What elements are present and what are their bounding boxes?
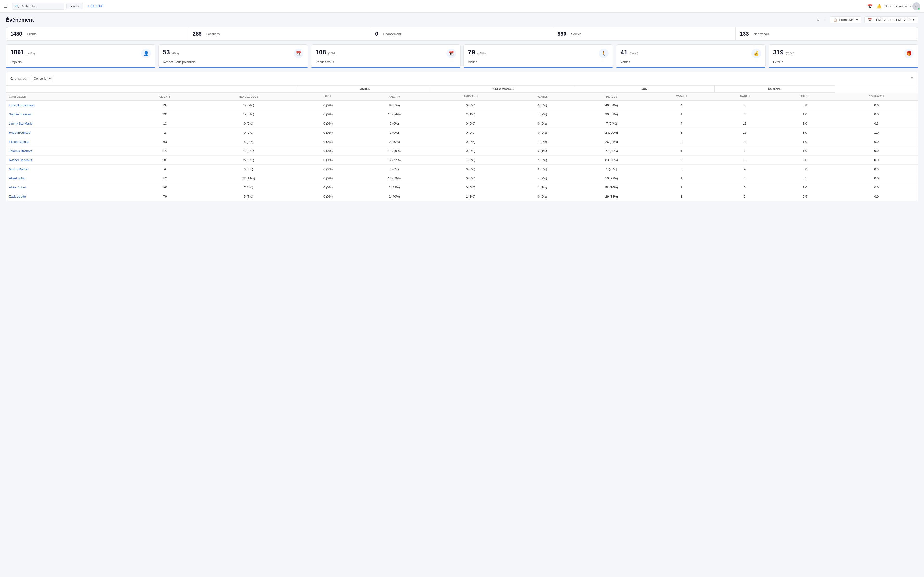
col-contact: Contact ℹ bbox=[835, 93, 918, 101]
rv-val: 0 (0%) bbox=[298, 192, 358, 201]
stat-card: 0 Financement bbox=[371, 27, 553, 40]
table-row: Jérémie Béchard 277 16 (6%) 0 (0%) 11 (6… bbox=[6, 147, 918, 156]
rv-val: 0 (0%) bbox=[298, 101, 358, 110]
perdus-val: 26 (41%) bbox=[575, 137, 648, 147]
metric-value: 41 bbox=[620, 48, 628, 56]
ventes-val: 0 (0%) bbox=[510, 101, 575, 110]
conseiller-name[interactable]: Rachel Deneault bbox=[6, 156, 131, 165]
metric-pct: (73%) bbox=[477, 52, 486, 55]
sans-rv-val: 2 (1%) bbox=[431, 110, 510, 119]
avec-rv-val: 2 (40%) bbox=[358, 192, 431, 201]
rv-val: 0 (0%) bbox=[298, 183, 358, 192]
refresh-icon[interactable]: ↻ bbox=[816, 17, 820, 23]
metric-border bbox=[464, 67, 613, 68]
rv-val: 0 (0%) bbox=[298, 128, 358, 137]
metric-label: Rendez-vous bbox=[315, 60, 456, 64]
rdv-val: 12 (9%) bbox=[199, 101, 298, 110]
sans-rv-val: 0 (0%) bbox=[431, 147, 510, 156]
metric-card: 108 (13%) 📅 Rendez-vous bbox=[311, 45, 460, 68]
col-perdus: Perdus bbox=[575, 93, 648, 101]
user-menu[interactable]: Concessionnaire ▾ C bbox=[885, 2, 920, 10]
metric-card: 41 (52%) 💰 Ventes bbox=[616, 45, 766, 68]
chevron-down-icon: ▾ bbox=[913, 18, 914, 22]
stat-card: 690 Service bbox=[553, 27, 736, 40]
avec-rv-val: 14 (74%) bbox=[358, 110, 431, 119]
date-val: 17 bbox=[715, 128, 775, 137]
total-val: 3 bbox=[648, 128, 715, 137]
stat-label: Clients bbox=[27, 32, 37, 36]
rdv-val: 19 (6%) bbox=[199, 110, 298, 119]
conseiller-name[interactable]: Albert Jobin bbox=[6, 174, 131, 183]
metric-value: 79 bbox=[468, 48, 475, 56]
stat-card: 133 Non vendu bbox=[736, 27, 918, 40]
avec-rv-val: 3 (43%) bbox=[358, 183, 431, 192]
date-selector[interactable]: 📅 01 Mai 2021 - 31 Mai 2021 ▾ bbox=[864, 16, 918, 23]
search-input[interactable] bbox=[21, 4, 61, 8]
contact-val: 0.0 bbox=[835, 147, 918, 156]
conseiller-name[interactable]: Maxim Bolduc bbox=[6, 165, 131, 174]
conseiller-name[interactable]: Luka Normandeau bbox=[6, 101, 131, 110]
lead-label: Lead bbox=[69, 4, 76, 8]
avec-rv-val: 17 (77%) bbox=[358, 156, 431, 165]
perdus-val: 90 (31%) bbox=[575, 110, 648, 119]
clients-val: 277 bbox=[131, 147, 199, 156]
stat-number: 133 bbox=[740, 31, 749, 37]
metric-border bbox=[158, 67, 308, 68]
rdv-val: 0 (0%) bbox=[199, 165, 298, 174]
add-client-button[interactable]: + CLIENT bbox=[87, 4, 105, 8]
contact-val: 0.0 bbox=[835, 192, 918, 201]
promo-selector[interactable]: 📋 Promo Mai ▾ bbox=[830, 16, 861, 23]
promo-icon: 📋 bbox=[833, 18, 837, 22]
conseiller-name[interactable]: Jimmy Ste-Marie bbox=[6, 119, 131, 128]
col-avec-rv: Avec RV bbox=[358, 93, 431, 101]
online-indicator bbox=[918, 8, 920, 10]
metric-icon: 📅 bbox=[294, 48, 304, 58]
perdus-val: 7 (54%) bbox=[575, 119, 648, 128]
ventes-val: 4 (2%) bbox=[510, 174, 575, 183]
lead-selector[interactable]: Lead ▾ bbox=[66, 3, 83, 10]
conseiller-name[interactable]: Jérémie Béchard bbox=[6, 147, 131, 156]
total-val: 1 bbox=[648, 110, 715, 119]
table-header-left: Clients par Conseiller ▾ bbox=[10, 75, 54, 82]
conseiller-name[interactable]: Hugo Brouillard bbox=[6, 128, 131, 137]
table-header: Clients par Conseiller ▾ ⌃ bbox=[6, 72, 918, 85]
collapse-button[interactable]: ⌃ bbox=[910, 76, 914, 81]
conseiller-name[interactable]: Zack Lizotte bbox=[6, 192, 131, 201]
rdv-val: 5 (8%) bbox=[199, 137, 298, 147]
rv-val: 0 (0%) bbox=[298, 110, 358, 119]
avec-rv-val: 0 (0%) bbox=[358, 128, 431, 137]
metric-pct: (28%) bbox=[786, 52, 794, 55]
calendar-icon[interactable]: 📅 bbox=[867, 3, 872, 9]
clients-val: 281 bbox=[131, 156, 199, 165]
stat-label: Locations bbox=[207, 32, 220, 36]
stat-number: 0 bbox=[375, 31, 378, 37]
filter-button[interactable]: Conseiller ▾ bbox=[31, 75, 54, 82]
contact-val: 0.0 bbox=[835, 174, 918, 183]
group-header-empty bbox=[6, 85, 298, 93]
search-icon: 🔍 bbox=[15, 4, 19, 8]
col-conseiller: Conseiller bbox=[6, 93, 131, 101]
metric-card: 53 (6%) 📅 Rendez-vous potentiels bbox=[158, 45, 308, 68]
metric-icon: 👤 bbox=[141, 48, 151, 58]
clients-val: 4 bbox=[131, 165, 199, 174]
conseiller-name[interactable]: Sophie Brassard bbox=[6, 110, 131, 119]
perdus-val: 46 (34%) bbox=[575, 101, 648, 110]
collapse-icon[interactable]: ⌃ bbox=[822, 17, 827, 23]
ventes-val: 0 (0%) bbox=[510, 192, 575, 201]
contact-val: 0.0 bbox=[835, 156, 918, 165]
contact-val: 1.0 bbox=[835, 128, 918, 137]
conseiller-name[interactable]: Victor Aubut bbox=[6, 183, 131, 192]
col-rv: RV ℹ bbox=[298, 93, 358, 101]
group-header-performances: PERFORMANCES bbox=[431, 85, 575, 93]
contact-val: 0.6 bbox=[835, 101, 918, 110]
table-row: Sophie Brassard 295 19 (6%) 0 (0%) 14 (7… bbox=[6, 110, 918, 119]
rv-val: 0 (0%) bbox=[298, 174, 358, 183]
menu-icon[interactable]: ☰ bbox=[4, 3, 8, 9]
bell-icon[interactable]: 🔔 bbox=[876, 3, 882, 9]
conseiller-name[interactable]: Éloïse Gélinas bbox=[6, 137, 131, 147]
search-bar[interactable]: 🔍 bbox=[11, 3, 65, 10]
sans-rv-val: 0 (0%) bbox=[431, 174, 510, 183]
perdus-val: 50 (29%) bbox=[575, 174, 648, 183]
sans-rv-val: 0 (0%) bbox=[431, 137, 510, 147]
metric-icon: 💰 bbox=[751, 48, 761, 58]
